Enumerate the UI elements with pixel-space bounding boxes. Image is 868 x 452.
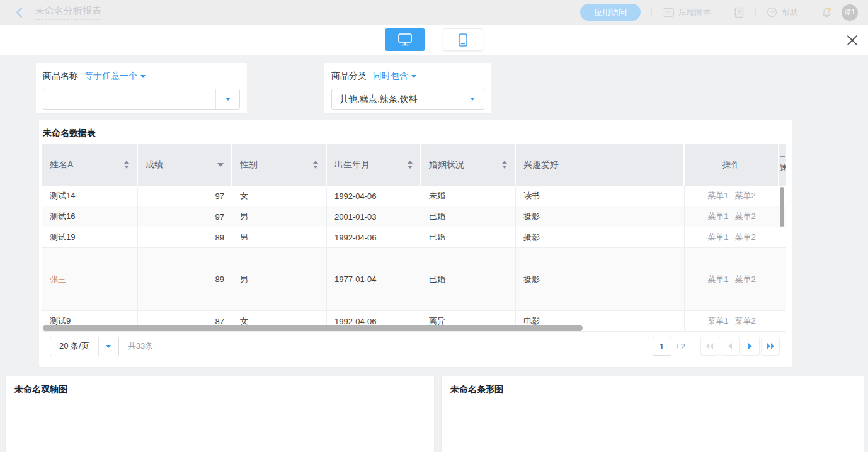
avatar[interactable]: 谭1 (842, 4, 858, 21)
table-row: 测试16 97 男 2001-01-03 已婚 摄影 菜单1 菜单2 (42, 206, 786, 227)
monitor-icon (398, 33, 412, 46)
menu1-link[interactable]: 菜单1 (707, 211, 728, 222)
vertical-scrollbar[interactable] (780, 187, 784, 227)
preview-toolbar (0, 25, 868, 55)
cell-hobby: 读书 (516, 186, 685, 206)
filter-select-caret[interactable] (460, 89, 484, 109)
sort-icon (313, 161, 318, 169)
chevron-right-icon (748, 343, 753, 349)
filter-operator-label: 同时包含 (373, 71, 408, 82)
chevron-down-icon (226, 98, 231, 101)
filter-value-select[interactable] (331, 89, 484, 110)
menu2-link[interactable]: 菜单2 (735, 315, 756, 327)
svg-text:?: ? (770, 9, 774, 16)
column-label: 出生年月 (334, 159, 370, 171)
column-label: 兴趣爱好 (523, 159, 559, 171)
prev-page-button[interactable] (721, 337, 740, 356)
first-page-button[interactable] (700, 337, 719, 356)
column-header-clipped[interactable]: 速 (779, 144, 786, 186)
page-nav-buttons (700, 337, 780, 356)
filter-value-select[interactable] (43, 89, 240, 110)
cell-gender: 男 (232, 206, 327, 227)
column-header-name[interactable]: 姓名A (42, 144, 138, 186)
filter-label: 商品分类 (331, 71, 367, 82)
cell-marital: 已婚 (421, 206, 516, 227)
sort-icon (408, 161, 413, 169)
menu2-link[interactable]: 菜单2 (735, 211, 756, 222)
table-row: 测试14 97 女 1992-04-06 未婚 读书 菜单1 菜单2 (42, 186, 786, 206)
cell-birth: 1992-04-06 (327, 227, 421, 247)
divider (651, 8, 652, 17)
table-scroll-area: 姓名A 成绩 性别 出生年月 婚姻状况 兴趣爱好 (42, 144, 786, 332)
desktop-view-button[interactable] (385, 28, 425, 51)
column-header-hobby[interactable]: 兴趣爱好 (516, 144, 685, 186)
bar-chart-card: 未命名条形图 (441, 376, 864, 452)
phone-icon (459, 33, 467, 47)
chevron-left-icon (14, 7, 25, 18)
double-chevron-right-icon (767, 343, 774, 349)
menu1-link[interactable]: 菜单1 (707, 190, 728, 201)
page-nav: / 2 (653, 337, 780, 356)
column-label: 成绩 (146, 159, 163, 171)
filter-operator-dropdown[interactable]: 同时包含 (373, 71, 416, 82)
cell-hobby: 摄影 (516, 248, 685, 310)
chart-title: 未命名条形图 (442, 376, 864, 395)
column-header-marital[interactable]: 婚姻状况 (421, 144, 516, 186)
page-size-select[interactable]: 20 条/页 (50, 337, 119, 356)
close-preview-button[interactable] (845, 33, 859, 47)
app-access-button[interactable]: 应用访问 (580, 4, 641, 21)
filter-value-input[interactable] (332, 89, 460, 109)
column-header-score[interactable]: 成绩 (138, 144, 232, 186)
menu1-link[interactable]: 菜单1 (707, 274, 728, 285)
column-label: 操作 (722, 159, 740, 171)
divider (755, 8, 756, 17)
menu1-link[interactable]: 菜单1 (707, 232, 728, 243)
cell-clipped (779, 311, 786, 331)
mobile-view-button[interactable] (443, 28, 483, 51)
cell-gender: 男 (232, 248, 327, 310)
contacts-button[interactable] (733, 7, 745, 18)
report-title[interactable]: 未命名分析报表 (35, 5, 101, 20)
chevron-down-icon (106, 345, 111, 348)
filter-operator-dropdown[interactable]: 等于任意一个 (84, 71, 146, 82)
back-button[interactable] (13, 6, 26, 20)
filter-select-caret[interactable] (215, 89, 239, 109)
next-page-button[interactable] (741, 337, 760, 356)
notification-badge (828, 7, 831, 11)
dual-axis-chart-card: 未命名双轴图 (5, 376, 435, 452)
cell-birth: 1992-04-06 (327, 186, 421, 206)
cell-actions: 菜单1 菜单2 (685, 227, 779, 247)
help-label: 帮助 (782, 7, 798, 18)
page-number-input[interactable] (653, 337, 671, 356)
menu2-link[interactable]: 菜单2 (735, 190, 756, 201)
column-header-birth[interactable]: 出生年月 (327, 144, 421, 186)
cell-marital: 未婚 (421, 186, 516, 206)
cell-hobby: 摄影 (516, 206, 685, 227)
table-row: 测试19 89 男 1992-04-06 已婚 摄影 菜单1 菜单2 (42, 227, 786, 248)
notifications-button[interactable] (820, 6, 833, 19)
backend-script-button[interactable]: </> 后端脚本 (663, 7, 711, 18)
page-size-caret[interactable] (98, 337, 118, 356)
help-button[interactable]: ? 帮助 (767, 7, 798, 18)
cell-actions: 菜单1 菜单2 (685, 248, 779, 310)
column-header-actions[interactable]: 操作 (685, 144, 779, 186)
cell-name: 测试19 (42, 227, 138, 247)
horizontal-scrollbar[interactable] (43, 325, 583, 331)
topbar-actions: 应用访问 </> 后端脚本 ? 帮助 (580, 4, 858, 21)
column-header-gender[interactable]: 性别 (232, 144, 327, 186)
double-chevron-left-icon (706, 343, 714, 349)
cell-name: 张三 (42, 248, 138, 310)
record-link[interactable]: 张三 (50, 274, 66, 285)
last-page-button[interactable] (761, 337, 780, 356)
menu2-link[interactable]: 菜单2 (735, 232, 756, 243)
menu2-link[interactable]: 菜单2 (735, 274, 756, 285)
page-size-value: 20 条/页 (50, 337, 98, 356)
cell-clipped (779, 227, 786, 247)
table-title: 未命名数据表 (43, 128, 96, 139)
cell-score: 89 (138, 227, 232, 247)
filter-value-input[interactable] (43, 89, 215, 109)
menu1-link[interactable]: 菜单1 (707, 315, 728, 327)
cell-actions: 菜单1 菜单2 (685, 311, 779, 331)
topbar: 未命名分析报表 应用访问 </> 后端脚本 ? 帮助 (0, 0, 868, 25)
close-icon (847, 35, 857, 45)
